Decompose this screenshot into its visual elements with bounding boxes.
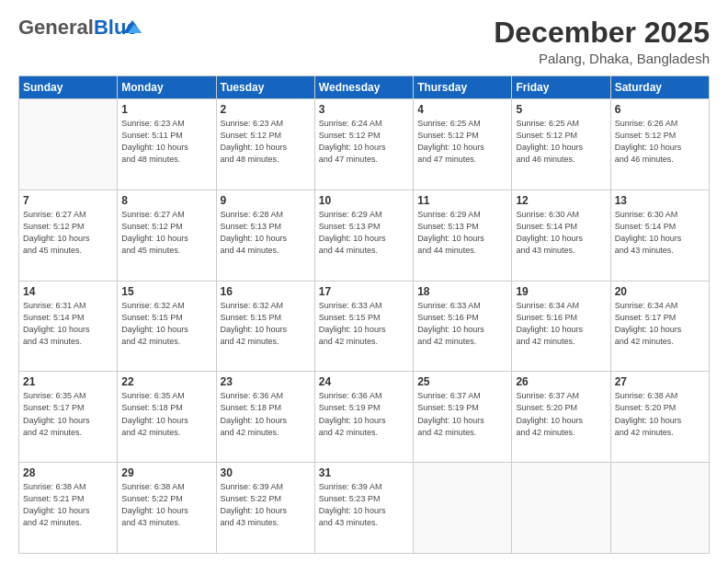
day-number: 28 [23, 466, 113, 479]
day-number: 15 [121, 285, 211, 298]
page: GeneralBlue December 2025 Palang, Dhaka,… [0, 0, 728, 563]
day-number: 24 [319, 375, 409, 388]
month-title: December 2025 [494, 17, 710, 49]
day-number: 6 [615, 103, 705, 116]
day-info: Sunrise: 6:27 AM Sunset: 5:12 PM Dayligh… [23, 209, 113, 257]
table-row: 6Sunrise: 6:26 AM Sunset: 5:12 PM Daylig… [610, 99, 709, 190]
day-info: Sunrise: 6:39 AM Sunset: 5:23 PM Dayligh… [319, 481, 409, 529]
calendar-week-row: 14Sunrise: 6:31 AM Sunset: 5:14 PM Dayli… [19, 281, 710, 372]
day-number: 3 [319, 103, 409, 116]
day-info: Sunrise: 6:26 AM Sunset: 5:12 PM Dayligh… [615, 118, 705, 166]
table-row: 21Sunrise: 6:35 AM Sunset: 5:17 PM Dayli… [19, 372, 118, 463]
day-info: Sunrise: 6:33 AM Sunset: 5:16 PM Dayligh… [417, 300, 507, 348]
table-row: 4Sunrise: 6:25 AM Sunset: 5:12 PM Daylig… [414, 99, 512, 190]
day-number: 30 [221, 466, 311, 479]
calendar-week-row: 28Sunrise: 6:38 AM Sunset: 5:21 PM Dayli… [19, 463, 710, 554]
col-tuesday: Tuesday [216, 76, 314, 99]
day-info: Sunrise: 6:27 AM Sunset: 5:12 PM Dayligh… [121, 209, 211, 257]
table-row: 10Sunrise: 6:29 AM Sunset: 5:13 PM Dayli… [314, 190, 413, 281]
day-info: Sunrise: 6:38 AM Sunset: 5:22 PM Dayligh… [121, 481, 211, 529]
day-info: Sunrise: 6:29 AM Sunset: 5:13 PM Dayligh… [319, 209, 409, 257]
header: GeneralBlue December 2025 Palang, Dhaka,… [18, 17, 710, 66]
day-number: 25 [417, 375, 507, 388]
day-number: 10 [319, 194, 409, 207]
day-info: Sunrise: 6:35 AM Sunset: 5:17 PM Dayligh… [23, 390, 113, 438]
day-info: Sunrise: 6:38 AM Sunset: 5:20 PM Dayligh… [615, 390, 705, 438]
day-number: 22 [121, 375, 211, 388]
day-info: Sunrise: 6:30 AM Sunset: 5:14 PM Dayligh… [516, 209, 606, 257]
table-row: 28Sunrise: 6:38 AM Sunset: 5:21 PM Dayli… [19, 463, 118, 554]
title-block: December 2025 Palang, Dhaka, Bangladesh [494, 17, 710, 66]
col-friday: Friday [512, 76, 610, 99]
table-row: 26Sunrise: 6:37 AM Sunset: 5:20 PM Dayli… [512, 372, 610, 463]
calendar-week-row: 21Sunrise: 6:35 AM Sunset: 5:17 PM Dayli… [19, 372, 710, 463]
day-info: Sunrise: 6:28 AM Sunset: 5:13 PM Dayligh… [221, 209, 311, 257]
col-thursday: Thursday [414, 76, 512, 99]
table-row: 16Sunrise: 6:32 AM Sunset: 5:15 PM Dayli… [216, 281, 314, 372]
table-row: 27Sunrise: 6:38 AM Sunset: 5:20 PM Dayli… [610, 372, 709, 463]
table-row: 25Sunrise: 6:37 AM Sunset: 5:19 PM Dayli… [414, 372, 512, 463]
table-row: 29Sunrise: 6:38 AM Sunset: 5:22 PM Dayli… [118, 463, 216, 554]
day-number: 31 [319, 466, 409, 479]
day-number: 13 [615, 194, 705, 207]
day-number: 19 [516, 285, 606, 298]
table-row: 2Sunrise: 6:23 AM Sunset: 5:12 PM Daylig… [216, 99, 314, 190]
day-number: 16 [221, 285, 311, 298]
table-row: 5Sunrise: 6:25 AM Sunset: 5:12 PM Daylig… [512, 99, 610, 190]
table-row [19, 99, 118, 190]
table-row: 17Sunrise: 6:33 AM Sunset: 5:15 PM Dayli… [314, 281, 413, 372]
day-number: 12 [516, 194, 606, 207]
table-row: 22Sunrise: 6:35 AM Sunset: 5:18 PM Dayli… [118, 372, 216, 463]
table-row: 23Sunrise: 6:36 AM Sunset: 5:18 PM Dayli… [216, 372, 314, 463]
day-info: Sunrise: 6:37 AM Sunset: 5:19 PM Dayligh… [417, 390, 507, 438]
table-row: 3Sunrise: 6:24 AM Sunset: 5:12 PM Daylig… [314, 99, 413, 190]
table-row: 15Sunrise: 6:32 AM Sunset: 5:15 PM Dayli… [118, 281, 216, 372]
day-number: 27 [615, 375, 705, 388]
day-number: 26 [516, 375, 606, 388]
day-info: Sunrise: 6:23 AM Sunset: 5:12 PM Dayligh… [221, 118, 311, 166]
table-row: 30Sunrise: 6:39 AM Sunset: 5:22 PM Dayli… [216, 463, 314, 554]
table-row: 14Sunrise: 6:31 AM Sunset: 5:14 PM Dayli… [19, 281, 118, 372]
day-info: Sunrise: 6:33 AM Sunset: 5:15 PM Dayligh… [319, 300, 409, 348]
table-row: 19Sunrise: 6:34 AM Sunset: 5:16 PM Dayli… [512, 281, 610, 372]
table-row [610, 463, 709, 554]
table-row: 13Sunrise: 6:30 AM Sunset: 5:14 PM Dayli… [610, 190, 709, 281]
day-number: 1 [121, 103, 211, 116]
calendar-table: Sunday Monday Tuesday Wednesday Thursday… [18, 75, 710, 554]
logo: GeneralBlue [18, 17, 138, 39]
col-sunday: Sunday [19, 76, 118, 99]
day-info: Sunrise: 6:36 AM Sunset: 5:18 PM Dayligh… [221, 390, 311, 438]
day-number: 18 [417, 285, 507, 298]
day-info: Sunrise: 6:30 AM Sunset: 5:14 PM Dayligh… [615, 209, 705, 257]
day-info: Sunrise: 6:25 AM Sunset: 5:12 PM Dayligh… [516, 118, 606, 166]
day-info: Sunrise: 6:25 AM Sunset: 5:12 PM Dayligh… [417, 118, 507, 166]
day-number: 14 [23, 285, 113, 298]
table-row: 18Sunrise: 6:33 AM Sunset: 5:16 PM Dayli… [414, 281, 512, 372]
day-info: Sunrise: 6:38 AM Sunset: 5:21 PM Dayligh… [23, 481, 113, 529]
table-row: 11Sunrise: 6:29 AM Sunset: 5:13 PM Dayli… [414, 190, 512, 281]
day-info: Sunrise: 6:36 AM Sunset: 5:19 PM Dayligh… [319, 390, 409, 438]
calendar-week-row: 7Sunrise: 6:27 AM Sunset: 5:12 PM Daylig… [19, 190, 710, 281]
day-number: 2 [221, 103, 311, 116]
table-row: 9Sunrise: 6:28 AM Sunset: 5:13 PM Daylig… [216, 190, 314, 281]
day-info: Sunrise: 6:37 AM Sunset: 5:20 PM Dayligh… [516, 390, 606, 438]
calendar-header-row: Sunday Monday Tuesday Wednesday Thursday… [19, 76, 710, 99]
day-info: Sunrise: 6:32 AM Sunset: 5:15 PM Dayligh… [121, 300, 211, 348]
table-row: 20Sunrise: 6:34 AM Sunset: 5:17 PM Dayli… [610, 281, 709, 372]
day-number: 11 [417, 194, 507, 207]
table-row: 24Sunrise: 6:36 AM Sunset: 5:19 PM Dayli… [314, 372, 413, 463]
day-number: 17 [319, 285, 409, 298]
day-info: Sunrise: 6:24 AM Sunset: 5:12 PM Dayligh… [319, 118, 409, 166]
col-wednesday: Wednesday [314, 76, 413, 99]
day-info: Sunrise: 6:29 AM Sunset: 5:13 PM Dayligh… [417, 209, 507, 257]
table-row [512, 463, 610, 554]
table-row: 7Sunrise: 6:27 AM Sunset: 5:12 PM Daylig… [19, 190, 118, 281]
day-info: Sunrise: 6:35 AM Sunset: 5:18 PM Dayligh… [121, 390, 211, 438]
location-title: Palang, Dhaka, Bangladesh [494, 51, 710, 66]
day-number: 20 [615, 285, 705, 298]
table-row: 1Sunrise: 6:23 AM Sunset: 5:11 PM Daylig… [118, 99, 216, 190]
day-number: 21 [23, 375, 113, 388]
logo-text: GeneralBlue [18, 17, 138, 39]
day-number: 5 [516, 103, 606, 116]
table-row [414, 463, 512, 554]
